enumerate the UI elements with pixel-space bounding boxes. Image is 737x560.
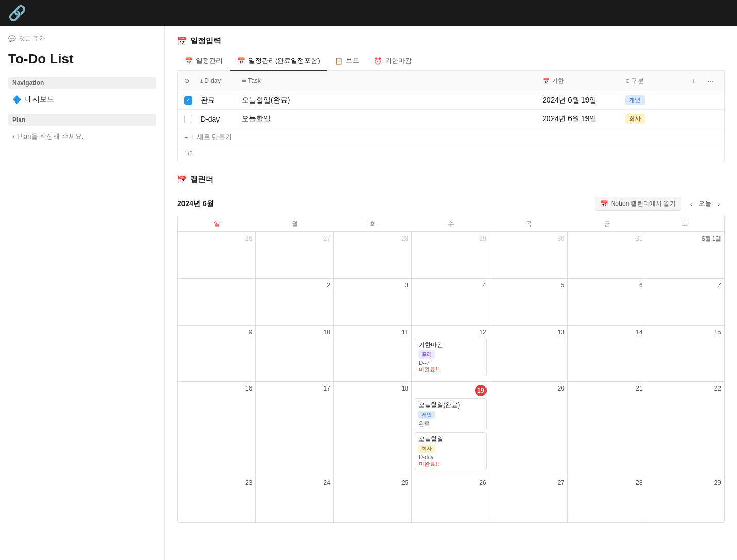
cal-cell[interactable]: 22: [646, 382, 724, 476]
cal-cell[interactable]: 16: [178, 382, 256, 476]
cal-cell[interactable]: 14: [568, 326, 646, 381]
tab-deadline[interactable]: ⏰ 기한마감: [366, 52, 419, 71]
cal-cell[interactable]: 4: [412, 279, 490, 325]
cal-cell[interactable]: 27: [256, 232, 333, 278]
cal-event[interactable]: 오늘할일(완료) 개인 완료: [415, 398, 486, 430]
cal-cell[interactable]: 5: [490, 279, 568, 325]
sidebar-item-dashboard[interactable]: 🔷 대시보드: [8, 93, 156, 106]
cal-cell[interactable]: 15: [646, 326, 724, 381]
cal-cell[interactable]: 10: [256, 326, 333, 381]
cal-cell-today[interactable]: 19 오늘할일(완료) 개인 완료 오늘할일 회사 D-day: [412, 382, 490, 476]
cal-cell[interactable]: 31: [568, 232, 646, 278]
cal-cell[interactable]: 7: [646, 279, 724, 325]
plan-section-label: Plan: [8, 114, 156, 126]
cal-cell[interactable]: 9: [178, 326, 256, 381]
sidebar: 💬 댓글 추가 To-Do List Navigation 🔷 대시보드 Pla…: [0, 26, 165, 560]
navigation-section-label: Navigation: [8, 77, 156, 89]
cal-cell[interactable]: 26: [178, 232, 256, 278]
notion-calendar-btn[interactable]: 📅 Notion 캘린더에서 열기: [595, 197, 681, 211]
dashboard-icon: 🔷: [12, 95, 21, 104]
event-tag: 프리: [418, 350, 435, 359]
event-status: 미완료!!: [418, 366, 482, 374]
topbar-logo: 🔗: [8, 5, 26, 22]
checkbox-unchecked[interactable]: [184, 115, 192, 123]
cal-cell[interactable]: 2: [256, 279, 333, 325]
section-title: 📅 일정입력: [177, 36, 725, 46]
event-status: 완료: [418, 420, 482, 428]
cal-cell[interactable]: 6: [568, 279, 646, 325]
cal-cell[interactable]: [178, 279, 256, 325]
event-tag: 개인: [418, 411, 435, 419]
header-date: 📅 기한: [543, 77, 625, 86]
row1-checkbox[interactable]: ✓: [184, 96, 200, 105]
cal-cell[interactable]: 20: [490, 382, 568, 476]
comment-icon: 💬: [8, 35, 16, 42]
section-icon: 📅: [177, 37, 187, 46]
table-actions: + ···: [687, 74, 718, 88]
calendar-month: 2024년 6월: [177, 199, 214, 209]
cal-cell[interactable]: 26: [412, 476, 490, 522]
row1-date: 2024년 6월 19일: [543, 96, 625, 105]
row1-dday: 완료: [200, 96, 242, 105]
day-label-sat: 토: [646, 216, 724, 231]
row2-task[interactable]: 오늘할일: [242, 114, 543, 124]
calendar-header: 📅 캘린더: [177, 175, 725, 191]
row2-checkbox[interactable]: [184, 115, 200, 123]
calendar-icon: 📅: [177, 175, 187, 184]
cal-cell[interactable]: 12 기한마감 프리 D--7 미완료!!: [412, 326, 490, 381]
calendar-weeks: 26 27 28 29 30 31 6월 1일 2 3 4 5: [178, 232, 724, 522]
row1-category-tag: 개인: [625, 95, 645, 105]
cal-cell[interactable]: 3: [334, 279, 412, 325]
event-dday: D-day: [418, 454, 482, 460]
cal-cell[interactable]: 21: [568, 382, 646, 476]
event-title: 기한마감: [418, 341, 482, 349]
event-status: 미완료!!: [418, 460, 482, 468]
header-check: ⊙: [184, 77, 200, 84]
cal-cell[interactable]: 17: [256, 382, 333, 476]
dashboard-label: 대시보드: [25, 95, 54, 104]
cal-cell[interactable]: 13: [490, 326, 568, 381]
tab-schedule-complete-icon: 📅: [237, 57, 245, 65]
cal-cell[interactable]: 28: [334, 232, 412, 278]
cal-cell[interactable]: 11: [334, 326, 412, 381]
add-row-btn[interactable]: + + 새로 만들기: [178, 128, 724, 146]
cal-cell[interactable]: 30: [490, 232, 568, 278]
cal-cell[interactable]: 29: [412, 232, 490, 278]
cal-cell[interactable]: 6월 1일: [646, 232, 724, 278]
row1-task[interactable]: 오늘할일(완료): [242, 96, 543, 105]
cal-cell[interactable]: 18: [334, 382, 412, 476]
cal-event[interactable]: 오늘할일 회사 D-day 미완료!!: [415, 432, 486, 470]
add-comment-btn[interactable]: 💬 댓글 추가: [8, 34, 156, 43]
calendar-week: 26 27 28 29 30 31 6월 1일: [178, 232, 724, 279]
table-row: ✓ 완료 오늘할일(완료) 2024년 6월 19일 개인: [178, 91, 724, 110]
cal-event[interactable]: 기한마감 프리 D--7 미완료!!: [415, 338, 486, 376]
calendar-next-btn[interactable]: ›: [713, 198, 725, 210]
more-options-btn[interactable]: ···: [703, 74, 717, 88]
day-label-fri: 금: [568, 216, 646, 231]
cal-cell[interactable]: 27: [490, 476, 568, 522]
layout: 💬 댓글 추가 To-Do List Navigation 🔷 대시보드 Pla…: [0, 26, 737, 560]
tab-board[interactable]: 📋 보드: [327, 52, 366, 71]
cal-cell[interactable]: 23: [178, 476, 256, 522]
cal-cell[interactable]: 25: [334, 476, 412, 522]
cal-cell[interactable]: 24: [256, 476, 333, 522]
day-label-tue: 화: [334, 216, 412, 231]
pagination: 1/2: [178, 146, 724, 162]
tab-schedule[interactable]: 📅 일정관리: [177, 52, 230, 71]
table-header: ⊙ ℹ D-day ➡ Task 📅 기한 ⊙ 구분: [178, 71, 724, 91]
calendar-week: 2 3 4 5 6 7: [178, 279, 724, 326]
calendar-week: 16 17 18 19 오늘할일(완료) 개인 완료: [178, 382, 724, 476]
checkbox-checked[interactable]: ✓: [184, 96, 192, 105]
tab-schedule-complete[interactable]: 📅 일정관리(완료일정포함): [230, 52, 327, 71]
header-category: ⊙ 구분: [625, 77, 687, 86]
add-column-btn[interactable]: +: [687, 74, 700, 88]
calendar-controls: 📅 Notion 캘린더에서 열기 ‹ 오늘 ›: [595, 197, 725, 211]
header-task: ➡ Task: [242, 77, 543, 84]
calendar-prev-btn[interactable]: ‹: [685, 198, 697, 210]
header-dday: ℹ D-day: [200, 77, 242, 84]
cal-cell[interactable]: 29: [646, 476, 724, 522]
calendar-week: 9 10 11 12 기한마감 프리 D--7 미완료!!: [178, 326, 724, 382]
cal-cell[interactable]: 28: [568, 476, 646, 522]
day-label-sun: 일: [178, 216, 256, 231]
calendar-grid: 일 월 화 수 목 금 토 26 27 28 29 30: [177, 216, 725, 523]
